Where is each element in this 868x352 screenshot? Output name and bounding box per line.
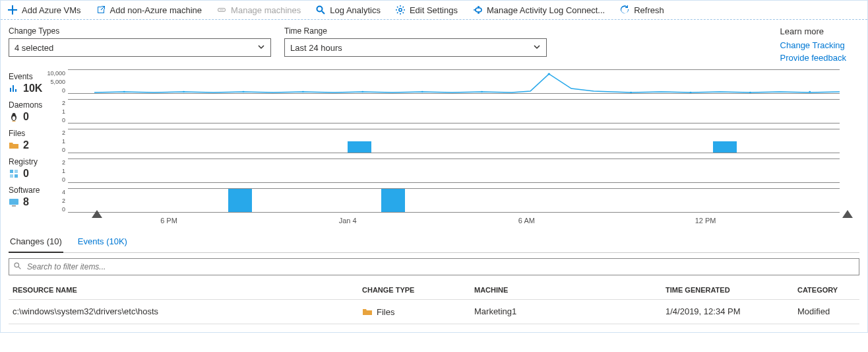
bar — [228, 189, 252, 213]
chevron-down-icon — [533, 43, 541, 53]
summary-files[interactable]: Files 2 — [9, 129, 68, 151]
svg-point-3 — [13, 116, 16, 120]
table-header: RESOURCE NAME CHANGE TYPE MACHINE TIME G… — [9, 281, 859, 300]
folder-icon — [9, 140, 19, 151]
results-table: RESOURCE NAME CHANGE TYPE MACHINE TIME G… — [9, 281, 859, 324]
svg-point-17 — [481, 91, 483, 93]
chart-registry[interactable]: 210 — [68, 158, 840, 183]
tab-changes[interactable]: Changes (10) — [9, 232, 63, 253]
log-analytics-button[interactable]: Log Analytics — [315, 5, 381, 15]
svg-point-13 — [243, 91, 245, 93]
charts-column: 10,0005,0000 210 210 — [68, 69, 859, 230]
svg-point-12 — [183, 91, 185, 93]
cell-machine: Marketing1 — [474, 306, 666, 317]
col-change-type[interactable]: CHANGE TYPE — [362, 286, 474, 294]
cell-time: 1/4/2019, 12:34 PM — [666, 306, 797, 317]
learn-more-panel: Learn more Change Tracking Provide feedb… — [780, 26, 859, 65]
time-axis[interactable]: 6 PM Jan 4 6 AM 12 PM — [94, 213, 840, 230]
bar — [381, 189, 405, 213]
command-bar: Add Azure VMs Add non-Azure machine Mana… — [1, 1, 867, 20]
toolbar-label: Refresh — [634, 5, 664, 15]
toolbar-label: Log Analytics — [330, 5, 381, 15]
tab-events[interactable]: Events (10K) — [77, 232, 129, 252]
svg-point-1 — [399, 9, 402, 11]
change-types-label: Change Types — [9, 26, 271, 36]
col-category[interactable]: CATEGORY — [797, 286, 859, 294]
col-machine[interactable]: MACHINE — [474, 286, 666, 294]
add-non-azure-button[interactable]: Add non-Azure machine — [96, 5, 202, 15]
time-range-label: Time Range — [284, 26, 547, 36]
select-value: Last 24 hours — [290, 43, 342, 53]
cell-category: Modified — [797, 306, 859, 317]
svg-point-4 — [13, 113, 16, 116]
refresh-icon — [619, 5, 630, 15]
registry-icon — [9, 168, 19, 179]
search-icon — [13, 262, 22, 272]
cell-type: Files — [362, 306, 474, 317]
manage-activity-log-button[interactable]: Manage Activity Log Connect... — [472, 5, 605, 15]
svg-point-14 — [302, 91, 304, 93]
table-row[interactable]: c:\windows\system32\drivers\etc\hosts Fi… — [9, 300, 859, 324]
col-time-generated[interactable]: TIME GENERATED — [666, 286, 797, 294]
svg-rect-7 — [10, 174, 13, 178]
summary-software[interactable]: Software 8 — [9, 186, 68, 208]
select-value: 4 selected — [15, 43, 53, 53]
search-icon — [315, 5, 326, 15]
software-icon — [9, 197, 19, 207]
change-types-select[interactable]: 4 selected — [9, 38, 271, 57]
penguin-icon — [9, 112, 19, 122]
svg-rect-10 — [12, 205, 16, 207]
toolbar-label: Manage machines — [231, 5, 301, 15]
edit-settings-button[interactable]: Edit Settings — [395, 5, 458, 15]
svg-rect-5 — [10, 170, 13, 173]
bar — [713, 141, 737, 153]
svg-point-18 — [547, 73, 550, 75]
chart-events[interactable]: 10,0005,0000 — [68, 69, 840, 94]
toolbar-label: Manage Activity Log Connect... — [487, 5, 605, 15]
add-azure-vms-button[interactable]: Add Azure VMs — [7, 5, 81, 15]
toolbar-label: Edit Settings — [410, 5, 458, 15]
bar — [348, 141, 371, 153]
cell-name: c:\windows\system32\drivers\etc\hosts — [9, 306, 362, 317]
chart-daemons[interactable]: 210 — [68, 99, 840, 123]
svg-point-16 — [421, 91, 423, 93]
col-resource-name[interactable]: RESOURCE NAME — [9, 286, 362, 294]
refresh-button[interactable]: Refresh — [619, 5, 664, 15]
bar-chart-icon — [9, 83, 19, 94]
chart-files[interactable]: 210 — [68, 129, 840, 153]
svg-point-15 — [361, 91, 363, 93]
search-field[interactable] — [26, 262, 855, 272]
svg-rect-6 — [15, 170, 18, 173]
svg-rect-9 — [9, 199, 18, 205]
external-icon — [96, 5, 106, 15]
provide-feedback-link[interactable]: Provide feedback — [780, 53, 846, 63]
folder-icon — [362, 306, 373, 317]
plus-icon — [7, 5, 18, 15]
time-range-select[interactable]: Last 24 hours — [284, 38, 547, 57]
range-handle-right[interactable] — [842, 210, 853, 218]
result-tabs: Changes (10) Events (10K) — [9, 232, 859, 253]
toolbar-label: Add non-Azure machine — [110, 5, 202, 15]
manage-machines-button: Manage machines — [216, 5, 301, 15]
change-tracking-link[interactable]: Change Tracking — [780, 40, 846, 50]
filters-row: Change Types 4 selected Time Range Last … — [1, 20, 867, 65]
plug-icon — [472, 5, 483, 15]
svg-point-23 — [15, 263, 19, 267]
summary-daemons[interactable]: Daemons 0 — [9, 100, 68, 123]
svg-rect-8 — [15, 174, 18, 178]
svg-point-22 — [809, 91, 811, 93]
learn-more-heading: Learn more — [780, 26, 846, 36]
summary-registry[interactable]: Registry 0 — [9, 157, 68, 180]
toolbar-label: Add Azure VMs — [22, 5, 81, 15]
svg-point-11 — [123, 91, 125, 93]
search-input[interactable] — [9, 258, 859, 275]
chart-software[interactable]: 420 — [68, 188, 840, 213]
chevron-down-icon — [257, 43, 265, 53]
svg-point-0 — [317, 7, 323, 12]
range-handle-left[interactable] — [92, 210, 102, 218]
gear-icon — [395, 5, 406, 15]
link-icon — [216, 5, 227, 15]
chart-zone: Events 10K Daemons 0 Files 2 — [1, 65, 867, 230]
